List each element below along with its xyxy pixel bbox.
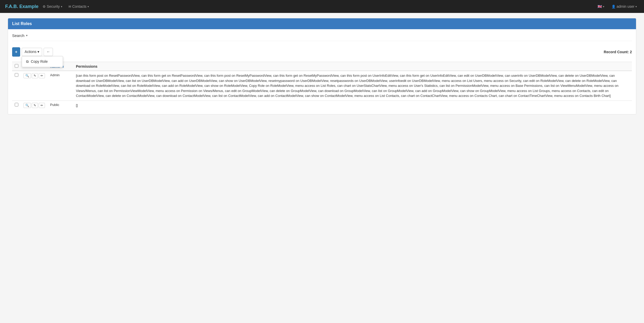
permissions-value-public: [] xyxy=(76,103,78,107)
row-action-buttons-public: 🔍 ✎ ✏ xyxy=(23,103,45,108)
row-checkbox-public[interactable] xyxy=(15,103,18,106)
search-toggle[interactable]: Search ▾ xyxy=(12,33,632,38)
table-row: 🔍 ✎ ✏ Admin xyxy=(12,71,632,101)
gear-icon: ⚙ xyxy=(43,5,46,9)
delete-button-public[interactable]: ✏ xyxy=(39,103,45,108)
row-check-public xyxy=(12,101,21,110)
header-row: Name ⇕ Permissions xyxy=(12,62,632,71)
actions-dropdown: Actions ▾ ⧉ Copy Role xyxy=(22,48,42,56)
brand-link[interactable]: F.A.B. Example xyxy=(5,4,38,9)
view-button-public[interactable]: 🔍 xyxy=(23,103,31,108)
contacts-caret: ▾ xyxy=(88,5,89,8)
select-all-checkbox[interactable] xyxy=(15,64,18,68)
toolbar: + Actions ▾ ⧉ Copy Role xyxy=(12,45,632,59)
card-body: Search ▾ + Actions ▾ xyxy=(8,29,636,114)
main-card: List Roles Search ▾ + xyxy=(8,18,636,114)
table-header: Name ⇕ Permissions xyxy=(12,62,632,71)
copy-role-label: Copy Role xyxy=(31,59,48,64)
contacts-label: Contacts xyxy=(72,4,87,9)
page-container: List Roles Search ▾ + xyxy=(0,13,644,120)
table-body: 🔍 ✎ ✏ Admin xyxy=(12,71,632,110)
edit-icon: ✎ xyxy=(34,104,36,107)
envelope-icon: ✉ xyxy=(68,5,71,9)
copy-icon: ⧉ xyxy=(26,59,29,64)
pen-icon: ✏ xyxy=(41,104,43,107)
actions-label: Actions xyxy=(25,49,36,55)
row-name-public: Public xyxy=(48,101,73,110)
table-row: 🔍 ✎ ✏ Public xyxy=(12,101,632,110)
roles-table: Name ⇕ Permissions xyxy=(12,62,632,110)
page-title: List Roles xyxy=(12,21,632,26)
security-label: Security xyxy=(47,4,60,9)
locale-menu[interactable]: 🇬🇧 ▾ xyxy=(595,3,606,10)
back-icon: ← xyxy=(46,49,50,55)
user-icon: 👤 xyxy=(611,5,616,9)
name-value-admin: Admin xyxy=(50,73,60,77)
permissions-column-label: Permissions xyxy=(76,64,97,68)
user-menu[interactable]: 👤 admin user ▾ xyxy=(609,3,639,10)
locale-caret: ▾ xyxy=(603,5,604,8)
navbar-left: F.A.B. Example ⚙ Security ▾ ✉ Contacts ▾ xyxy=(5,3,91,10)
search-icon: 🔍 xyxy=(25,74,29,78)
col-header-check xyxy=(12,62,21,71)
actions-menu: ⧉ Copy Role xyxy=(22,56,63,67)
row-actions-public: 🔍 ✎ ✏ xyxy=(21,101,48,110)
navbar-right: 🇬🇧 ▾ 👤 admin user ▾ xyxy=(595,3,639,10)
search-section: Search ▾ xyxy=(12,33,632,41)
flag-icon: 🇬🇧 xyxy=(598,4,602,9)
row-action-buttons-admin: 🔍 ✎ ✏ xyxy=(23,73,45,78)
record-count-value: 2 xyxy=(630,50,632,54)
add-button[interactable]: + xyxy=(12,47,20,57)
row-check-admin xyxy=(12,71,21,101)
navbar: F.A.B. Example ⚙ Security ▾ ✉ Contacts ▾… xyxy=(0,0,644,13)
actions-button[interactable]: Actions ▾ xyxy=(22,48,42,56)
user-caret: ▾ xyxy=(635,5,637,8)
search-caret: ▾ xyxy=(26,34,28,37)
edit-icon: ✎ xyxy=(34,74,36,78)
back-button[interactable]: ← xyxy=(44,48,53,56)
actions-caret: ▾ xyxy=(37,49,39,55)
record-count: Record Count: 2 xyxy=(604,50,632,54)
edit-button-admin[interactable]: ✎ xyxy=(32,73,38,78)
contacts-menu[interactable]: ✉ Contacts ▾ xyxy=(66,3,91,10)
name-value-public: Public xyxy=(50,103,59,107)
edit-button-public[interactable]: ✎ xyxy=(32,103,38,108)
card-header: List Roles xyxy=(8,18,636,29)
search-label: Search xyxy=(12,33,25,38)
search-icon: 🔍 xyxy=(25,104,29,107)
toolbar-left: + Actions ▾ ⧉ Copy Role xyxy=(12,47,53,57)
record-count-label: Record Count: xyxy=(604,50,629,54)
pen-icon: ✏ xyxy=(41,74,43,78)
row-checkbox-admin[interactable] xyxy=(15,73,18,77)
permissions-value-admin: [can this form post on ResetPasswordView… xyxy=(76,74,618,98)
row-actions-admin: 🔍 ✎ ✏ xyxy=(21,71,48,101)
security-menu[interactable]: ⚙ Security ▾ xyxy=(41,3,64,10)
toolbar-right: Record Count: 2 xyxy=(604,50,632,54)
copy-role-item[interactable]: ⧉ Copy Role xyxy=(22,57,63,66)
view-button-admin[interactable]: 🔍 xyxy=(23,73,31,78)
col-header-permissions: Permissions xyxy=(73,62,632,71)
user-label: admin user xyxy=(617,4,634,9)
delete-button-admin[interactable]: ✏ xyxy=(39,73,45,78)
security-caret: ▾ xyxy=(61,5,62,8)
row-permissions-admin: [can this form post on ResetPasswordView… xyxy=(73,71,632,101)
plus-icon: + xyxy=(15,49,17,55)
row-permissions-public: [] xyxy=(73,101,632,110)
row-name-admin: Admin xyxy=(48,71,73,101)
